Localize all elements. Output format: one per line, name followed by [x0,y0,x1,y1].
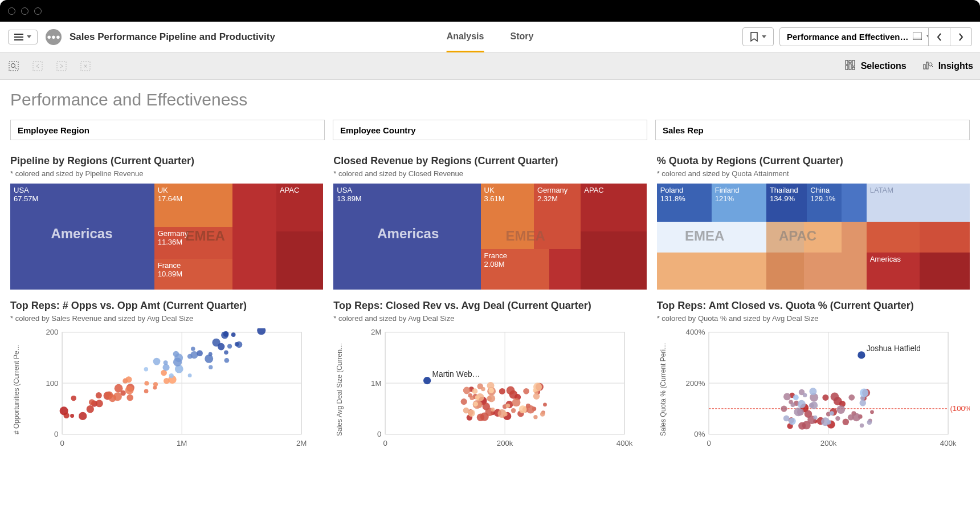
svg-point-217 [860,424,864,428]
svg-point-232 [793,394,799,400]
insights-button[interactable]: Insights [922,60,973,72]
svg-point-142 [488,394,495,402]
svg-text:200: 200 [46,328,58,336]
window-chrome [0,0,980,22]
svg-rect-2 [9,62,18,71]
panel-title: Top Reps: Amt Closed vs. Quota % (Curren… [657,300,970,312]
scatter-chart[interactable]: 0200k400k01M2MMartin Web… [346,328,646,450]
svg-point-134 [463,387,471,394]
svg-point-204 [848,394,855,401]
panel-title: Pipeline by Regions (Current Quarter) [10,155,323,167]
sheet-next-button[interactable] [950,28,971,46]
svg-point-159 [519,405,527,413]
svg-point-157 [475,396,480,400]
svg-rect-6 [57,62,66,71]
svg-rect-16 [924,64,925,69]
svg-point-160 [473,402,479,407]
svg-text:0%: 0% [694,430,705,438]
step-back-icon[interactable] [31,59,44,73]
svg-point-88 [231,332,236,337]
treemap-chart[interactable]: Poland131.8%Finland121%Thailand134.9%Chi… [657,184,970,290]
panel-title: % Quota by Regions (Current Quarter) [657,155,970,167]
svg-line-19 [932,66,933,67]
tab-analysis[interactable]: Analysis [447,22,484,52]
svg-point-131 [511,408,516,413]
y-axis-label: Sales Quota % (Current Peri… [657,328,669,450]
filter-employee-country[interactable]: Employee Country [333,120,647,140]
svg-rect-11 [849,60,851,63]
step-forward-icon[interactable] [55,59,68,73]
panel-pipeline-regions[interactable]: Pipeline by Regions (Current Quarter) * … [10,155,323,290]
treemap-chart[interactable]: USA67.57MUK17.64MGermany11.36MFrance10.8… [10,184,323,290]
sheet-selector[interactable]: Performance and Effectiven… [779,27,972,46]
panel-subtitle: * colored and sized by Closed Revenue [333,169,646,178]
svg-point-203 [781,406,787,412]
clear-selections-icon[interactable] [79,59,92,73]
panel-subtitle: * colored by Quota % and sized by Avg De… [657,314,970,323]
panel-scatter-opps[interactable]: Top Reps: # Opps vs. Opp Amt (Current Qu… [10,300,323,450]
svg-rect-13 [846,66,848,70]
svg-text:2M: 2M [296,439,307,447]
selections-toolbar: Selections Insights [0,52,980,80]
filter-employee-region[interactable]: Employee Region [10,120,325,140]
svg-text:(100%): (100%) [950,404,970,413]
svg-point-198 [870,410,874,414]
treemap-chart[interactable]: USA13.89MUK3.61MGermany2.32MFrance2.08MA… [333,184,646,290]
svg-point-225 [783,416,789,422]
svg-text:2M: 2M [371,328,381,336]
svg-point-234 [858,351,865,359]
panel-title: Top Reps: # Opps vs. Opp Amt (Current Qu… [10,300,323,312]
panel-closed-revenue-regions[interactable]: Closed Revenue by Regions (Current Quart… [333,155,646,290]
scatter-chart[interactable]: 01M2M0100200 [23,328,323,450]
svg-point-231 [789,418,796,425]
panel-scatter-closed-avg[interactable]: Top Reps: Closed Rev vs. Avg Deal (Curre… [333,300,646,450]
sheet-icon [913,32,922,42]
svg-point-158 [533,389,537,393]
svg-point-51 [144,389,149,393]
svg-point-41 [96,392,102,398]
filter-label: Sales Rep [663,125,704,135]
svg-text:1M: 1M [177,439,187,447]
window-zoom-icon[interactable] [34,7,42,15]
svg-point-63 [188,373,192,377]
svg-point-127 [524,388,530,394]
svg-point-192 [830,392,839,401]
svg-point-77 [227,344,232,348]
panel-quota-regions[interactable]: % Quota by Regions (Current Quarter) * c… [657,155,970,290]
svg-point-71 [209,365,213,369]
svg-point-44 [89,399,95,405]
y-axis-label: Sales Avg Deal Size (Curren… [333,328,346,450]
hamburger-icon [14,34,23,40]
bookmarks-button[interactable] [742,27,774,46]
smart-search-icon[interactable] [7,59,21,73]
page-title: Performance and Effectiveness [0,80,980,120]
svg-text:0: 0 [707,439,710,447]
svg-point-210 [836,405,845,414]
svg-point-56 [144,381,149,386]
filter-sales-rep[interactable]: Sales Rep [655,120,970,140]
svg-point-144 [540,412,545,417]
svg-point-227 [827,420,831,425]
selections-grid-icon [845,60,855,72]
svg-point-85 [218,343,225,351]
main-menu-button[interactable] [8,30,38,44]
window-close-icon[interactable] [8,7,15,15]
svg-point-126 [461,398,467,405]
sheet-prev-button[interactable] [928,28,950,46]
panel-scatter-quota[interactable]: Top Reps: Amt Closed vs. Quota % (Curren… [657,300,970,450]
tab-label: Story [510,31,533,42]
svg-text:0: 0 [377,430,381,438]
svg-rect-1 [913,38,922,40]
tab-story[interactable]: Story [510,22,533,52]
window-minimize-icon[interactable] [21,7,28,15]
svg-point-133 [512,398,521,407]
svg-point-66 [162,364,169,371]
svg-point-155 [472,388,478,394]
svg-point-143 [481,387,485,391]
svg-point-219 [810,401,818,409]
scatter-chart[interactable]: 0200k400k0%200%400%(100%)Joshua Hatfield [669,328,970,450]
svg-point-46 [115,384,123,393]
svg-rect-5 [33,62,42,71]
svg-point-153 [506,404,511,408]
selections-tool-button[interactable]: Selections [845,60,906,72]
